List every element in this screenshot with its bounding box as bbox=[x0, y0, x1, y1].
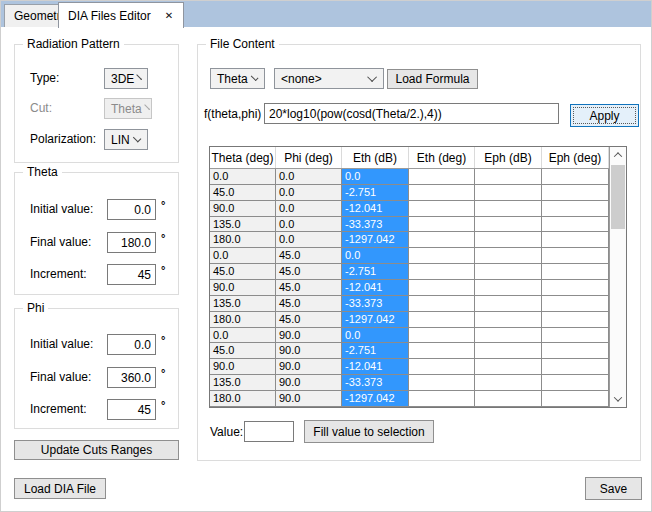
fill-value-to-selection-button[interactable]: Fill value to selection bbox=[304, 420, 434, 443]
table-cell[interactable]: 45.0 bbox=[210, 343, 276, 359]
table-cell[interactable]: -33.373 bbox=[342, 375, 409, 391]
table-cell[interactable]: 90.0 bbox=[276, 375, 342, 391]
table-cell[interactable]: 0.0 bbox=[210, 328, 276, 344]
load-formula-button[interactable]: Load Formula bbox=[387, 69, 478, 89]
table-cell[interactable]: -12.041 bbox=[342, 280, 409, 296]
table-cell[interactable] bbox=[475, 248, 542, 264]
table-cell[interactable]: 135.0 bbox=[210, 375, 276, 391]
formula-input[interactable] bbox=[264, 103, 559, 124]
table-cell[interactable]: 180.0 bbox=[210, 232, 276, 248]
table-cell[interactable] bbox=[542, 359, 609, 375]
table-cell[interactable] bbox=[409, 280, 475, 296]
theta-final-input[interactable] bbox=[107, 232, 156, 253]
table-cell[interactable] bbox=[409, 217, 475, 233]
column-header-phi-deg[interactable]: Phi (deg) bbox=[276, 147, 342, 168]
table-cell[interactable]: 0.0 bbox=[210, 169, 276, 185]
table-cell[interactable] bbox=[409, 328, 475, 344]
table-cell[interactable]: -33.373 bbox=[342, 217, 409, 233]
table-cell[interactable] bbox=[409, 201, 475, 217]
column-header-eph-db[interactable]: Eph (dB) bbox=[475, 147, 542, 168]
table-cell[interactable]: 180.0 bbox=[210, 391, 276, 407]
table-cell[interactable]: 180.0 bbox=[210, 312, 276, 328]
table-cell[interactable] bbox=[475, 232, 542, 248]
table-cell[interactable]: 90.0 bbox=[276, 343, 342, 359]
table-cell[interactable]: -12.041 bbox=[342, 359, 409, 375]
table-cell[interactable] bbox=[542, 169, 609, 185]
table-cell[interactable] bbox=[409, 312, 475, 328]
table-cell[interactable] bbox=[475, 201, 542, 217]
table-cell[interactable]: 45.0 bbox=[276, 264, 342, 280]
table-cell[interactable] bbox=[475, 296, 542, 312]
type-combobox[interactable]: 3DE bbox=[104, 68, 148, 89]
table-cell[interactable]: -33.373 bbox=[342, 296, 409, 312]
table-cell[interactable]: 45.0 bbox=[276, 312, 342, 328]
table-cell[interactable] bbox=[475, 312, 542, 328]
table-cell[interactable]: 0.0 bbox=[342, 169, 409, 185]
phi-initial-input[interactable] bbox=[107, 334, 156, 355]
scroll-down-icon[interactable] bbox=[610, 391, 626, 407]
formula-preset-combobox[interactable]: <none> bbox=[274, 68, 384, 89]
table-cell[interactable]: 0.0 bbox=[276, 232, 342, 248]
table-cell[interactable]: 0.0 bbox=[276, 217, 342, 233]
table-cell[interactable]: 90.0 bbox=[210, 359, 276, 375]
table-cell[interactable]: -2.751 bbox=[342, 264, 409, 280]
value-input[interactable] bbox=[244, 421, 294, 442]
scroll-up-icon[interactable] bbox=[610, 147, 626, 163]
table-cell[interactable]: 0.0 bbox=[276, 201, 342, 217]
table-cell[interactable] bbox=[542, 201, 609, 217]
phi-final-input[interactable] bbox=[107, 367, 156, 388]
table-cell[interactable] bbox=[475, 185, 542, 201]
column-header-theta-deg[interactable]: Theta (deg) bbox=[210, 147, 276, 168]
table-cell[interactable]: 90.0 bbox=[276, 391, 342, 407]
table-cell[interactable] bbox=[475, 391, 542, 407]
table-cell[interactable] bbox=[409, 185, 475, 201]
table-cell[interactable]: -1297.042 bbox=[342, 232, 409, 248]
save-button[interactable]: Save bbox=[585, 477, 642, 500]
table-cell[interactable]: -1297.042 bbox=[342, 391, 409, 407]
table-cell[interactable]: 135.0 bbox=[210, 296, 276, 312]
table-cell[interactable] bbox=[542, 185, 609, 201]
table-cell[interactable] bbox=[409, 232, 475, 248]
table-cell[interactable] bbox=[475, 280, 542, 296]
tab-dia-files-editor[interactable]: DIA Files Editor ✕ bbox=[58, 2, 184, 28]
table-cell[interactable] bbox=[475, 343, 542, 359]
table-cell[interactable] bbox=[542, 217, 609, 233]
table-cell[interactable] bbox=[409, 264, 475, 280]
table-cell[interactable]: 45.0 bbox=[276, 280, 342, 296]
table-cell[interactable] bbox=[475, 264, 542, 280]
table-cell[interactable] bbox=[542, 375, 609, 391]
update-cuts-ranges-button[interactable]: Update Cuts Ranges bbox=[14, 440, 179, 460]
table-cell[interactable] bbox=[409, 169, 475, 185]
phi-increment-input[interactable] bbox=[107, 399, 156, 420]
table-cell[interactable] bbox=[542, 248, 609, 264]
table-cell[interactable]: 45.0 bbox=[276, 296, 342, 312]
table-cell[interactable] bbox=[542, 264, 609, 280]
vertical-scrollbar[interactable] bbox=[609, 147, 626, 407]
close-tab-icon[interactable]: ✕ bbox=[165, 11, 173, 21]
load-dia-file-button[interactable]: Load DIA File bbox=[14, 478, 106, 499]
table-cell[interactable] bbox=[409, 391, 475, 407]
column-header-eph-deg[interactable]: Eph (deg) bbox=[542, 147, 609, 168]
table-cell[interactable] bbox=[475, 169, 542, 185]
table-cell[interactable] bbox=[542, 343, 609, 359]
column-header-eth-deg[interactable]: Eth (deg) bbox=[409, 147, 475, 168]
table-cell[interactable] bbox=[475, 375, 542, 391]
scrollbar-thumb[interactable] bbox=[611, 165, 625, 229]
table-cell[interactable] bbox=[475, 359, 542, 375]
table-cell[interactable]: 0.0 bbox=[342, 248, 409, 264]
table-cell[interactable] bbox=[409, 343, 475, 359]
table-cell[interactable] bbox=[409, 248, 475, 264]
table-cell[interactable] bbox=[542, 280, 609, 296]
table-cell[interactable]: 0.0 bbox=[276, 169, 342, 185]
theta-increment-input[interactable] bbox=[107, 264, 156, 285]
table-cell[interactable]: 0.0 bbox=[210, 248, 276, 264]
table-cell[interactable]: 45.0 bbox=[276, 248, 342, 264]
theta-initial-input[interactable] bbox=[107, 199, 156, 220]
component-combobox[interactable]: Theta bbox=[210, 68, 265, 89]
table-cell[interactable] bbox=[475, 217, 542, 233]
table-cell[interactable] bbox=[409, 359, 475, 375]
table-cell[interactable]: 45.0 bbox=[210, 264, 276, 280]
table-cell[interactable]: 135.0 bbox=[210, 217, 276, 233]
table-cell[interactable] bbox=[409, 375, 475, 391]
table-cell[interactable]: -2.751 bbox=[342, 185, 409, 201]
